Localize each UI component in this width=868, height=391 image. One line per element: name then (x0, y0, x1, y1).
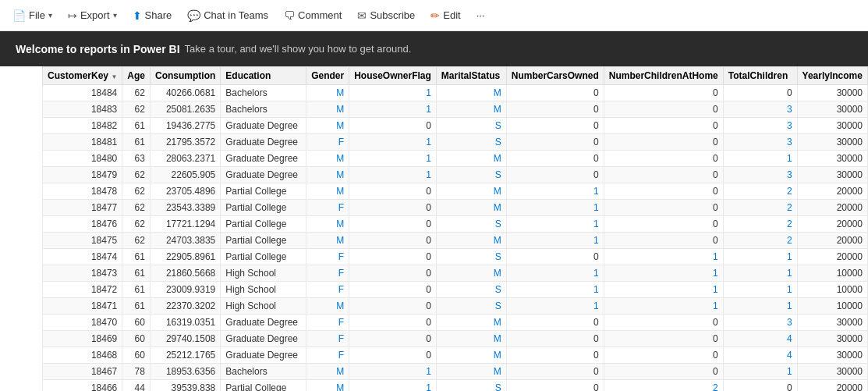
table-cell: 30000 (797, 101, 867, 118)
chat-teams-button[interactable]: 💬 Chat in Teams (181, 6, 275, 25)
table-cell: Graduate Degree (221, 331, 306, 347)
table-cell: 18468 (43, 347, 122, 364)
col-header-education[interactable]: Education (221, 67, 306, 85)
table-cell: M (436, 200, 506, 216)
table-cell: Partial College (221, 216, 306, 233)
table-cell: 18469 (43, 331, 122, 347)
edit-button[interactable]: ✏ Edit (424, 6, 466, 25)
more-dots: ··· (477, 9, 485, 21)
table-cell: 20000 (797, 249, 867, 265)
col-header-customerkey[interactable]: CustomerKey (43, 67, 122, 85)
col-header-yearlyincome[interactable]: YearlyIncome (797, 67, 867, 85)
table-cell: 30000 (797, 118, 867, 134)
table-cell: M (436, 151, 506, 167)
table-cell: 63 (122, 151, 151, 167)
subscribe-label: Subscribe (370, 9, 415, 21)
table-cell: 62 (122, 85, 151, 101)
table-cell: M (436, 85, 506, 101)
table-cell: 1 (723, 298, 797, 315)
col-header-totalchildren[interactable]: TotalChildren (723, 67, 797, 85)
table-cell: 22370.3202 (150, 298, 220, 315)
table-container[interactable]: CustomerKey Age Consumption Education Ge… (0, 66, 868, 391)
table-cell: M (306, 216, 349, 233)
table-row: 184726123009.9319High SchoolF0S11110000 (43, 282, 868, 298)
table-cell: 21795.3572 (150, 134, 220, 151)
table-row: 184766217721.1294Partial CollegeM0S10220… (43, 216, 868, 233)
table-cell: 20000 (797, 200, 867, 216)
table-cell: 20000 (797, 216, 867, 233)
table-cell: 44 (122, 380, 151, 392)
table-cell: 61 (122, 282, 151, 298)
table-cell: 4 (723, 331, 797, 347)
table-cell: M (306, 167, 349, 183)
col-header-numbercarsowned[interactable]: NumberCarsOwned (506, 67, 604, 85)
table-cell: 10000 (797, 282, 867, 298)
table-row: 184664439539.838Partial CollegeM1S020200… (43, 380, 868, 392)
table-cell: 62 (122, 183, 151, 200)
table-cell: 1 (349, 151, 437, 167)
table-cell: 23705.4896 (150, 183, 220, 200)
table-row: 184836225081.2635BachelorsM1M00330000 (43, 101, 868, 118)
table-cell: S (436, 249, 506, 265)
more-button[interactable]: ··· (470, 6, 491, 24)
table-cell: 18470 (43, 315, 122, 331)
table-cell: 1 (723, 265, 797, 282)
table-cell: 18477 (43, 200, 122, 216)
table-cell: 30000 (797, 364, 867, 380)
table-cell: M (436, 265, 506, 282)
table-cell: 18480 (43, 151, 122, 167)
table-cell: 0 (604, 167, 723, 183)
table-cell: 0 (349, 282, 437, 298)
table-body: 184846240266.0681BachelorsM1M00030000184… (43, 85, 868, 392)
table-cell: 28063.2371 (150, 151, 220, 167)
table-cell: 0 (604, 134, 723, 151)
table-cell: 1 (506, 233, 604, 249)
col-header-gender[interactable]: Gender (306, 67, 349, 85)
table-cell: Partial College (221, 249, 306, 265)
table-cell: 2 (723, 200, 797, 216)
table-cell: M (306, 101, 349, 118)
table-cell: 61 (122, 249, 151, 265)
table-cell: 1 (604, 249, 723, 265)
table-cell: 0 (604, 364, 723, 380)
share-icon: ⬆ (133, 9, 142, 22)
table-cell: 30000 (797, 134, 867, 151)
table-cell: Bachelors (221, 101, 306, 118)
table-cell: 3 (723, 315, 797, 331)
file-menu[interactable]: 📄 File ▾ (6, 6, 58, 25)
col-header-consumption[interactable]: Consumption (150, 67, 220, 85)
col-header-maritalstatus[interactable]: MaritalStatus (436, 67, 506, 85)
col-header-age[interactable]: Age (122, 67, 151, 85)
comment-button[interactable]: 🗨 Comment (278, 6, 348, 25)
table-cell: 0 (506, 315, 604, 331)
table-cell: Partial College (221, 200, 306, 216)
table-row: 184696029740.1508Graduate DegreeF0M00430… (43, 331, 868, 347)
table-cell: 0 (506, 118, 604, 134)
export-menu[interactable]: ↦ Export ▾ (62, 6, 123, 25)
table-cell: 0 (506, 101, 604, 118)
table-cell: 0 (604, 183, 723, 200)
table-cell: 1 (349, 101, 437, 118)
table-cell: 62 (122, 101, 151, 118)
table-cell: 0 (723, 380, 797, 392)
table-cell: 0 (604, 315, 723, 331)
table-cell: 0 (349, 331, 437, 347)
table-cell: M (436, 331, 506, 347)
col-header-customerkey-label: CustomerKey (48, 70, 108, 81)
col-header-houseownerflag[interactable]: HouseOwnerFlag (349, 67, 437, 85)
subscribe-button[interactable]: ✉ Subscribe (351, 6, 421, 25)
table-cell: F (306, 331, 349, 347)
table-cell: Partial College (221, 233, 306, 249)
table-cell: M (306, 151, 349, 167)
table-cell: F (306, 249, 349, 265)
edit-label: Edit (443, 9, 460, 21)
table-cell: M (436, 364, 506, 380)
col-header-numberchildrenatho[interactable]: NumberChildrenAtHome (604, 67, 723, 85)
table-cell: 18466 (43, 380, 122, 392)
table-cell: Graduate Degree (221, 315, 306, 331)
table-cell: 18473 (43, 265, 122, 282)
table-row: 184826119436.2775Graduate DegreeM0S00330… (43, 118, 868, 134)
table-cell: F (306, 134, 349, 151)
table-row: 184846240266.0681BachelorsM1M00030000 (43, 85, 868, 101)
share-button[interactable]: ⬆ Share (126, 6, 179, 25)
